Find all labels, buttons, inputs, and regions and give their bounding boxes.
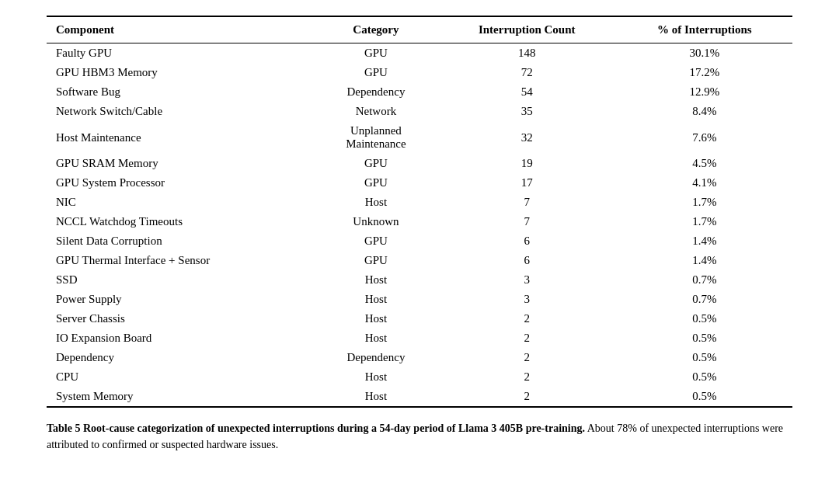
table-row: SSDHost30.7%	[47, 270, 792, 290]
cell-component: Faulty GPU	[47, 43, 315, 64]
cell-count: 6	[437, 251, 617, 270]
cell-count: 32	[437, 121, 617, 154]
cell-category: GPU	[315, 173, 437, 193]
table-row: Network Switch/CableNetwork358.4%	[47, 102, 792, 121]
cell-category: GPU	[315, 63, 437, 82]
cell-percent: 0.7%	[617, 270, 792, 290]
cell-component: Silent Data Corruption	[47, 231, 315, 251]
cell-percent: 4.5%	[617, 154, 792, 173]
cell-count: 2	[437, 348, 617, 367]
cell-component: Network Switch/Cable	[47, 102, 315, 121]
col-header-count: Interruption Count	[437, 17, 617, 43]
table-row: GPU HBM3 MemoryGPU7217.2%	[47, 63, 792, 82]
table-row: DependencyDependency20.5%	[47, 348, 792, 367]
cell-percent: 0.5%	[617, 309, 792, 328]
cell-count: 2	[437, 367, 617, 387]
table-row: Power SupplyHost30.7%	[47, 290, 792, 309]
cell-component: GPU Thermal Interface + Sensor	[47, 251, 315, 270]
interruptions-table: Component Category Interruption Count % …	[47, 17, 792, 406]
cell-component: SSD	[47, 270, 315, 290]
cell-category: GPU	[315, 154, 437, 173]
cell-component: CPU	[47, 367, 315, 387]
cell-percent: 17.2%	[617, 63, 792, 82]
cell-category: Dependency	[315, 82, 437, 102]
cell-count: 2	[437, 309, 617, 328]
cell-component: Server Chassis	[47, 309, 315, 328]
cell-component: GPU SRAM Memory	[47, 154, 315, 173]
table-row: IO Expansion BoardHost20.5%	[47, 328, 792, 348]
cell-percent: 8.4%	[617, 102, 792, 121]
cell-count: 72	[437, 63, 617, 82]
cell-category: Host	[315, 367, 437, 387]
cell-category: Host	[315, 328, 437, 348]
cell-count: 148	[437, 43, 617, 64]
cell-component: System Memory	[47, 387, 315, 406]
cell-component: Host Maintenance	[47, 121, 315, 154]
table-row: NCCL Watchdog TimeoutsUnknown71.7%	[47, 212, 792, 231]
cell-component: IO Expansion Board	[47, 328, 315, 348]
cell-count: 3	[437, 290, 617, 309]
cell-count: 35	[437, 102, 617, 121]
cell-count: 54	[437, 82, 617, 102]
cell-component: Dependency	[47, 348, 315, 367]
table-row: Faulty GPUGPU14830.1%	[47, 43, 792, 64]
cell-category: GPU	[315, 251, 437, 270]
cell-category: UnplannedMaintenance	[315, 121, 437, 154]
cell-percent: 1.7%	[617, 212, 792, 231]
cell-percent: 1.4%	[617, 231, 792, 251]
table-row: CPUHost20.5%	[47, 367, 792, 387]
cell-percent: 1.4%	[617, 251, 792, 270]
cell-count: 2	[437, 387, 617, 406]
table-row: Silent Data CorruptionGPU61.4%	[47, 231, 792, 251]
cell-category: Dependency	[315, 348, 437, 367]
col-header-percent: % of Interruptions	[617, 17, 792, 43]
table-row: GPU System ProcessorGPU174.1%	[47, 173, 792, 193]
cell-percent: 0.5%	[617, 367, 792, 387]
cell-component: Power Supply	[47, 290, 315, 309]
caption-bold-text: Table 5 Root-cause categorization of une…	[47, 422, 585, 434]
cell-count: 7	[437, 193, 617, 212]
col-header-component: Component	[47, 17, 315, 43]
cell-count: 3	[437, 270, 617, 290]
cell-percent: 1.7%	[617, 193, 792, 212]
cell-category: Network	[315, 102, 437, 121]
cell-category: Host	[315, 309, 437, 328]
cell-count: 17	[437, 173, 617, 193]
cell-percent: 0.5%	[617, 328, 792, 348]
cell-category: GPU	[315, 43, 437, 64]
cell-percent: 0.5%	[617, 348, 792, 367]
cell-category: Host	[315, 193, 437, 212]
cell-component: NCCL Watchdog Timeouts	[47, 212, 315, 231]
cell-percent: 0.5%	[617, 387, 792, 406]
cell-component: GPU System Processor	[47, 173, 315, 193]
table-row: Host MaintenanceUnplannedMaintenance327.…	[47, 121, 792, 154]
table-row: NICHost71.7%	[47, 193, 792, 212]
table-row: GPU Thermal Interface + SensorGPU61.4%	[47, 251, 792, 270]
col-header-category: Category	[315, 17, 437, 43]
cell-category: Unknown	[315, 212, 437, 231]
table-caption: Table 5 Root-cause categorization of une…	[47, 420, 792, 453]
cell-category: Host	[315, 270, 437, 290]
interruptions-table-container: Component Category Interruption Count % …	[47, 16, 792, 408]
table-row: Server ChassisHost20.5%	[47, 309, 792, 328]
cell-count: 2	[437, 328, 617, 348]
table-header-row: Component Category Interruption Count % …	[47, 17, 792, 43]
cell-percent: 12.9%	[617, 82, 792, 102]
cell-component: GPU HBM3 Memory	[47, 63, 315, 82]
cell-component: NIC	[47, 193, 315, 212]
cell-category: GPU	[315, 231, 437, 251]
table-row: System MemoryHost20.5%	[47, 387, 792, 406]
cell-count: 7	[437, 212, 617, 231]
table-row: GPU SRAM MemoryGPU194.5%	[47, 154, 792, 173]
cell-component: Software Bug	[47, 82, 315, 102]
cell-count: 19	[437, 154, 617, 173]
cell-count: 6	[437, 231, 617, 251]
cell-category: Host	[315, 387, 437, 406]
cell-percent: 30.1%	[617, 43, 792, 64]
cell-percent: 4.1%	[617, 173, 792, 193]
cell-percent: 0.7%	[617, 290, 792, 309]
cell-percent: 7.6%	[617, 121, 792, 154]
table-row: Software BugDependency5412.9%	[47, 82, 792, 102]
cell-category: Host	[315, 290, 437, 309]
